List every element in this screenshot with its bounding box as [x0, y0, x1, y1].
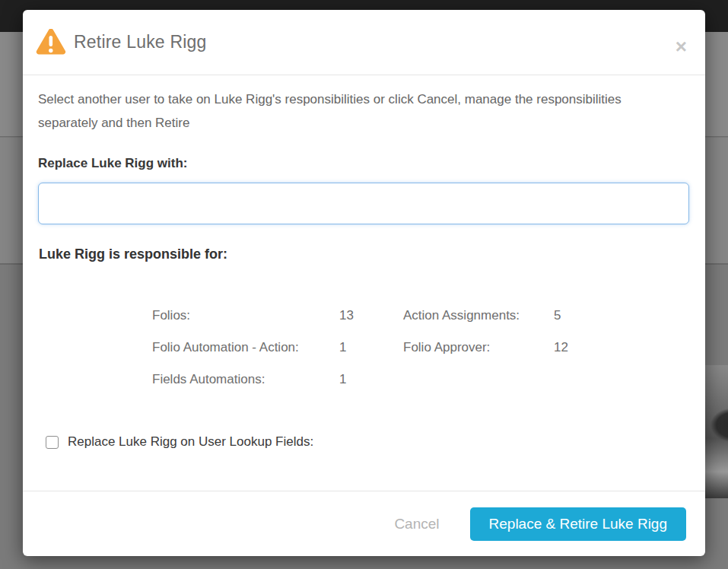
replace-user-input[interactable]: [38, 183, 689, 224]
replace-and-retire-button[interactable]: Replace & Retire Luke Rigg: [470, 507, 686, 541]
responsibilities-list: Folios: 13 Action Assignments: 5 Folio A…: [152, 308, 689, 387]
close-icon[interactable]: ×: [676, 39, 687, 54]
dialog-footer: Cancel Replace & Retire Luke Rigg: [23, 491, 705, 556]
dialog-header: Retire Luke Rigg ×: [23, 10, 705, 75]
dialog-body: Select another user to take on Luke Rigg…: [23, 75, 705, 491]
responsibility-value: 1: [339, 372, 403, 387]
responsibility-label: Folio Approver:: [403, 340, 554, 355]
replace-with-label: Replace Luke Rigg with:: [38, 156, 689, 171]
responsibility-value: 5: [554, 308, 599, 323]
background-photo: [702, 365, 728, 498]
responsibility-value: 12: [554, 340, 599, 355]
responsibility-value: 1: [339, 340, 403, 355]
dialog-description: Select another user to take on Luke Rigg…: [38, 87, 654, 135]
responsibility-label: Fields Automations:: [152, 372, 339, 387]
responsibility-label: Folio Automation - Action:: [152, 340, 339, 355]
cancel-button[interactable]: Cancel: [394, 516, 439, 532]
replace-lookup-label[interactable]: Replace Luke Rigg on User Lookup Fields:: [68, 434, 313, 450]
retire-user-dialog: Retire Luke Rigg × Select another user t…: [23, 10, 705, 556]
responsibility-value: 13: [339, 308, 403, 323]
responsibility-value: [554, 372, 599, 387]
responsibility-label: [403, 372, 554, 387]
replace-lookup-row: Replace Luke Rigg on User Lookup Fields:: [46, 434, 689, 450]
warning-triangle-icon: [36, 29, 66, 56]
replace-lookup-checkbox[interactable]: [46, 436, 59, 449]
responsible-heading: Luke Rigg is responsible for:: [39, 246, 689, 262]
dialog-title: Retire Luke Rigg: [74, 32, 207, 52]
responsibility-label: Folios:: [152, 308, 339, 323]
responsibility-label: Action Assignments:: [403, 308, 554, 323]
